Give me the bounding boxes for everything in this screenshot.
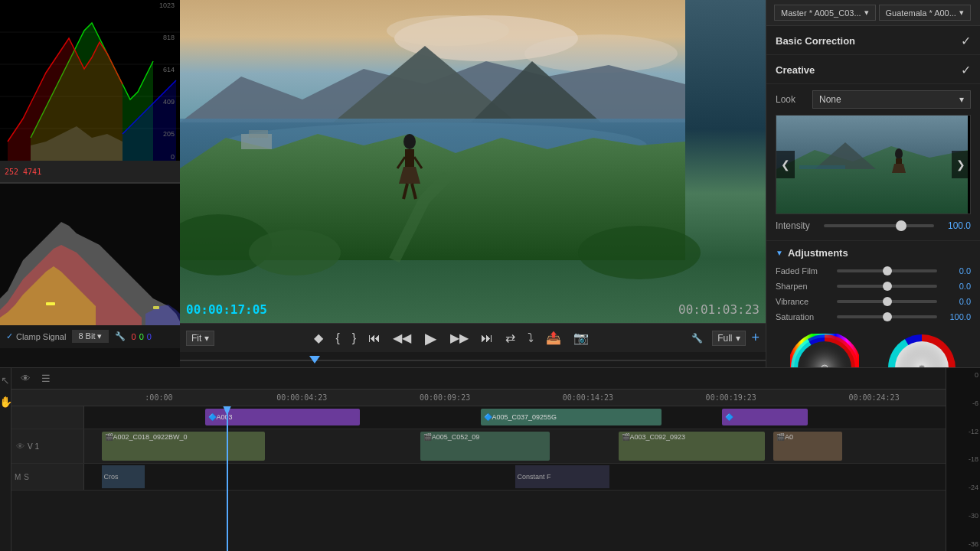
add-button[interactable]: + <box>752 330 760 346</box>
shadow-tint-wheel[interactable]: Shadow Tint <box>790 334 859 367</box>
go-to-out-button[interactable]: ⏭ <box>476 328 498 348</box>
fit-select[interactable]: Fit ▾ <box>186 331 214 346</box>
sharpen-label: Sharpen <box>776 282 831 291</box>
sequence-dropdown[interactable]: Guatemala * A00... ▾ <box>879 5 971 21</box>
svg-rect-25 <box>405 149 414 168</box>
track-content-v1: 🎬 A002_C018_0922BW_0 🎬 A005_C052_09 🎬 A0… <box>84 429 946 463</box>
timeline-area: ↖ ✋ 👁 ☰ :00:00 00:00:04:23 00:00:09:23 0… <box>0 367 980 551</box>
hand-tool-icon[interactable]: ✋ <box>0 396 12 408</box>
clip-right-thumb[interactable]: 🎬 A0 <box>773 432 842 461</box>
track-header-v1-top <box>11 406 84 429</box>
saturation-slider[interactable] <box>837 315 937 318</box>
scope-xy-values: 252 4741 <box>5 168 41 176</box>
basic-correction-check-icon: ✓ <box>961 34 971 48</box>
svg-point-16 <box>387 15 509 46</box>
ruler-mark-2: 00:00:09:23 <box>374 393 517 402</box>
eye-icon[interactable]: 👁 <box>18 371 34 386</box>
lower-track-content: Cros Constant F <box>84 464 946 490</box>
ruler-mark-1: 00:00:04:23 <box>230 393 374 402</box>
go-to-in-button[interactable]: ⏮ <box>364 328 385 348</box>
scopes-panel: 1023 818 614 409 205 0 252 4741 <box>0 0 180 367</box>
lift-button[interactable]: 📤 <box>541 328 566 348</box>
track-settings-icon[interactable]: ☰ <box>38 371 54 386</box>
highlight-tint-wheel[interactable]: Highlight Tint <box>887 334 956 367</box>
quality-chevron-icon: ▾ <box>736 333 740 344</box>
current-timecode: 00:00:17:05 <box>186 302 267 317</box>
track-eye-icon[interactable]: 👁 <box>16 442 24 451</box>
creative-section: Look None ▾ <box>766 84 980 241</box>
mark-out-button[interactable]: } <box>348 328 361 348</box>
mark-in-button[interactable]: { <box>331 328 344 348</box>
vibrance-label: Vibrance <box>776 297 831 306</box>
basic-correction-section: Basic Correction ✓ <box>766 26 980 55</box>
scrubber-bar[interactable] <box>180 352 766 367</box>
clip-a002[interactable]: 🎬 A002_C018_0922BW_0 <box>102 432 266 461</box>
svg-point-32 <box>578 226 701 279</box>
bit-depth-selector[interactable]: 8 Bit ▾ <box>72 330 108 343</box>
play-button[interactable]: ▶ <box>419 326 443 350</box>
svg-text:818: 818 <box>163 34 175 41</box>
panel-header: Master * A005_C03... ▾ Guatemala * A00..… <box>766 0 980 26</box>
vibrance-slider[interactable] <box>837 300 937 303</box>
clip-cross-lower[interactable]: Cros <box>102 465 145 488</box>
step-back-button[interactable]: ◀◀ <box>388 328 416 348</box>
look-preview: ❮ ❯ <box>776 115 971 214</box>
meter-neg24: -24 <box>948 484 978 491</box>
sharpen-slider[interactable] <box>837 285 937 288</box>
timeline-playhead[interactable] <box>227 406 228 551</box>
vibrance-value: 0.0 <box>943 297 971 306</box>
master-label: Master * A005_C03... <box>781 8 861 18</box>
svg-marker-37 <box>776 146 968 214</box>
histogram-scope <box>0 182 180 324</box>
settings-icon[interactable]: 🔧 <box>115 331 126 341</box>
scope-bottom-controls: ✓ ✓ Clamp Signal 8 Bit ▾ 🔧 0 0 0 <box>0 324 180 348</box>
svg-point-40 <box>895 148 903 159</box>
timeline-meter: 0 -6 -12 -18 -24 -30 -36 <box>946 368 980 551</box>
scrubber-playhead[interactable] <box>309 356 320 364</box>
ruler-mark-3: 00:00:14:23 <box>516 393 659 402</box>
faded-film-row: Faded Film 0.0 <box>776 266 971 276</box>
adjustments-title: Adjustments <box>788 247 848 259</box>
svg-text:205: 205 <box>163 130 175 138</box>
saturation-label: Saturation <box>776 312 831 321</box>
clip-constant-f[interactable]: Constant F <box>515 465 610 488</box>
svg-text:409: 409 <box>163 98 175 106</box>
loop-button[interactable]: ⇄ <box>501 328 520 348</box>
insert-button[interactable]: ⤵ <box>523 328 538 348</box>
saturation-value: 100.0 <box>943 312 971 321</box>
faded-film-slider[interactable] <box>837 269 937 272</box>
lower-track-ms: M S Cros Constant F <box>11 464 946 491</box>
quality-select[interactable]: Full ▾ <box>712 331 745 346</box>
video-preview-area: 00:00:17:05 00:01:03:23 Fit ▾ ◆ { } ⏮ ◀◀… <box>180 0 766 367</box>
track-row-v1-main: 👁 V 1 🎬 A002_C018_0922BW_0 🎬 A005_C052_0… <box>11 429 946 464</box>
track-content-v1-top: Cros 🔷 A003 🔷 A005_C037_09255G 🔷 <box>84 406 946 429</box>
svg-rect-12 <box>46 302 55 305</box>
master-dropdown[interactable]: Master * A005_C03... ▾ <box>774 5 876 21</box>
look-next-button[interactable]: ❯ <box>952 151 970 178</box>
track-row-v1-top: Cros 🔷 A003 🔷 A005_C037_09255G 🔷 <box>11 406 946 429</box>
track-header-v1: 👁 V 1 <box>11 429 84 463</box>
creative-title: Creative <box>776 64 815 76</box>
look-select[interactable]: None ▾ <box>812 90 971 109</box>
clip-a005-top[interactable]: 🔷 A005_C037_09255G <box>481 409 662 425</box>
ruler-mark-4: 00:00:19:23 <box>659 393 802 402</box>
settings-wrench-icon[interactable]: 🔧 <box>688 330 706 347</box>
pointer-tool-icon[interactable]: ↖ <box>1 374 10 386</box>
camera-button[interactable]: 📷 <box>569 328 593 348</box>
color-grading-panel: Master * A005_C03... ▾ Guatemala * A00..… <box>766 0 980 367</box>
intensity-slider[interactable] <box>824 224 934 227</box>
clip-right-purple[interactable]: 🔷 <box>722 409 808 425</box>
step-fwd-button[interactable]: ▶▶ <box>446 328 473 348</box>
sequence-chevron-icon: ▾ <box>959 8 964 18</box>
saturation-row: Saturation 100.0 <box>776 312 971 321</box>
clip-a003-thumb[interactable]: 🎬 A003_C092_0923 <box>619 432 765 461</box>
scope-info-bar: 252 4741 <box>0 161 180 182</box>
intensity-row: Intensity 100.0 <box>776 220 971 231</box>
look-prev-button[interactable]: ❮ <box>776 151 795 178</box>
svg-marker-42 <box>892 164 906 173</box>
m-label: M <box>15 473 21 481</box>
adjustments-header[interactable]: ▼ Adjustments <box>776 247 971 259</box>
timeline-tools: ↖ ✋ <box>0 368 11 551</box>
marker-button[interactable]: ◆ <box>309 328 328 348</box>
clip-a005-main[interactable]: 🎬 A005_C052_09 <box>420 432 550 461</box>
